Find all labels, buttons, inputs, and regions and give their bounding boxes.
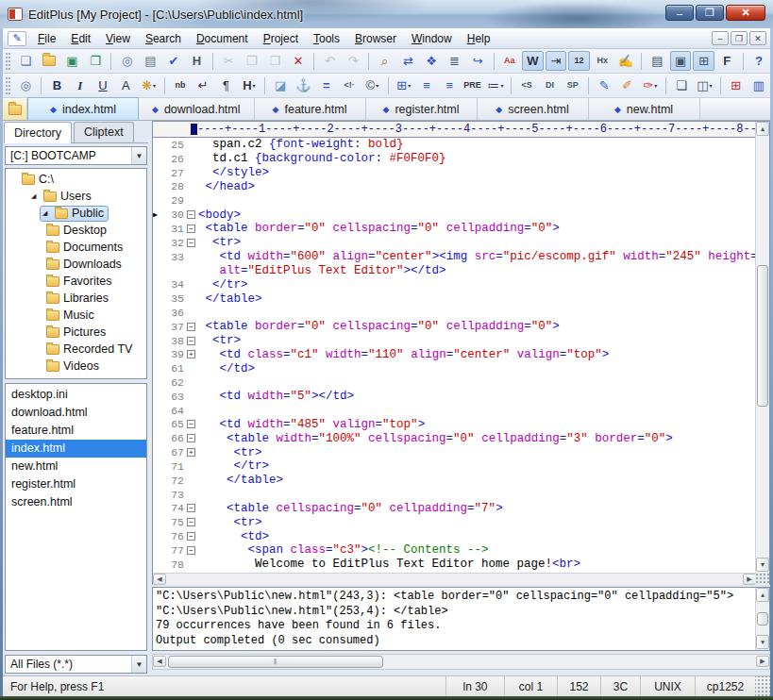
code-line-32[interactable]: 32− <tr>: [153, 236, 756, 250]
code-line-75[interactable]: 75− <tr>: [153, 515, 756, 529]
fold-toggle-icon[interactable]: −: [184, 337, 198, 345]
minimize-button[interactable]: –: [665, 5, 694, 21]
print-preview-button[interactable]: ◎: [116, 51, 138, 71]
table-button[interactable]: ⊞▾: [394, 75, 414, 95]
code-line-39[interactable]: 39+ <td class="c1" width="110" align="ce…: [153, 347, 756, 361]
code-line-33[interactable]: 33 <td width="600" align="center"><img s…: [153, 250, 756, 264]
paste-button[interactable]: ❒: [264, 51, 286, 71]
edit-source-button[interactable]: ✎: [594, 75, 614, 95]
hex-viewer-button[interactable]: Hx: [592, 51, 613, 71]
code-line-25[interactable]: 25 span.c2 {font-weight: bold}: [153, 138, 756, 152]
tree-item-documents[interactable]: Documents: [6, 239, 146, 256]
scroll-left-icon[interactable]: ◀: [153, 656, 166, 667]
code-line-62[interactable]: 62: [153, 375, 756, 390]
delete-button[interactable]: ✕: [288, 51, 310, 71]
tab-register.html[interactable]: ◆register.html: [366, 98, 478, 120]
image-button[interactable]: ◪: [270, 75, 291, 95]
goto-line-button[interactable]: ↪: [467, 51, 489, 71]
span-tag-button[interactable]: SP: [563, 75, 583, 95]
scroll-right-icon[interactable]: ▶: [743, 574, 756, 585]
align-center-button[interactable]: ≡: [439, 75, 460, 95]
open-file-button[interactable]: [39, 51, 60, 71]
file-filter-selector[interactable]: All Files (*.*) ▼: [5, 655, 147, 674]
title-bar[interactable]: EditPlus [My Project] - [C:\Users\Public…: [0, 0, 773, 28]
save-button[interactable]: ▣: [61, 51, 83, 71]
output-window-button[interactable]: ⊞: [693, 51, 714, 71]
cut-button[interactable]: ✂: [218, 51, 240, 71]
code-line-78[interactable]: 78 Welcome to EditPlus Text Editor home …: [153, 558, 756, 572]
line-break-button[interactable]: ↵: [193, 75, 213, 95]
preformatted-button[interactable]: PRE: [462, 75, 482, 95]
bold-button[interactable]: B: [46, 75, 67, 95]
fold-toggle-icon[interactable]: −: [184, 225, 198, 233]
drive-selector[interactable]: [C:] BOOTCAMP ▼: [5, 146, 147, 165]
menu-window[interactable]: Window: [404, 29, 460, 48]
format-painter-button[interactable]: ✐: [616, 75, 637, 95]
fold-toggle-icon[interactable]: −: [184, 210, 198, 219]
underline-button[interactable]: U: [92, 75, 113, 95]
find-button[interactable]: ⌕: [374, 51, 395, 71]
redo-button[interactable]: ↷: [343, 51, 364, 71]
document-system-icon[interactable]: ✎: [8, 31, 26, 46]
fold-box[interactable]: +: [187, 448, 195, 457]
find-in-files-button[interactable]: ❖: [421, 51, 443, 71]
editor-vertical-scrollbar[interactable]: ▲ ▼: [755, 122, 769, 573]
fold-box[interactable]: −: [187, 337, 195, 345]
tab-screen.html[interactable]: ◆screen.html: [478, 98, 589, 120]
font-button[interactable]: A: [115, 75, 136, 95]
editor-pane[interactable]: ----+----1----+----2----+----3----+----4…: [152, 121, 770, 585]
replace-button[interactable]: ⇄: [397, 51, 419, 71]
document-properties-button[interactable]: ✍: [615, 51, 637, 71]
fold-box[interactable]: −: [187, 504, 195, 512]
chevron-down-icon[interactable]: ▼: [131, 147, 146, 164]
output-horizontal-scrollbar[interactable]: ◀ ▶: [152, 654, 770, 670]
code-line-29[interactable]: 29: [153, 193, 756, 208]
fold-toggle-icon[interactable]: +: [184, 350, 198, 358]
function-list-button[interactable]: F: [716, 51, 738, 71]
code-line-67[interactable]: 67+ <tr>: [153, 445, 756, 459]
color-palette-button[interactable]: ❋▾: [139, 75, 160, 95]
fold-toggle-icon[interactable]: −: [184, 420, 198, 428]
word-wrap-button[interactable]: W: [522, 51, 544, 71]
tree-expander-icon[interactable]: ◢: [42, 209, 51, 217]
tree-item-desktop[interactable]: Desktop: [6, 222, 146, 239]
code-line-36[interactable]: 36: [153, 306, 756, 320]
code-line-77[interactable]: 77− <span class="c3"><!-- Contents -->: [153, 543, 756, 558]
scroll-left-icon[interactable]: ◀: [153, 574, 166, 585]
code-line-64[interactable]: 64: [153, 404, 756, 418]
tree-item-favorites[interactable]: Favorites: [6, 273, 146, 290]
save-all-button[interactable]: ❐: [85, 51, 107, 71]
browser-preview-button[interactable]: ◎: [15, 75, 36, 95]
new-window-button[interactable]: ❏: [671, 75, 692, 95]
code-line-28[interactable]: 28 </head>: [153, 179, 756, 193]
code-line-31[interactable]: 31− <table border="0" cellspacing="0" ce…: [153, 222, 756, 236]
new-html-page-button[interactable]: H: [186, 51, 208, 71]
cliptext-window-button[interactable]: ▤: [647, 51, 668, 71]
tab-download.html[interactable]: ◆download.html: [139, 98, 255, 120]
editor-horizontal-scrollbar[interactable]: ◀ ▶: [153, 573, 756, 585]
fold-box[interactable]: −: [187, 518, 195, 526]
tree-item-c-[interactable]: C:\: [6, 171, 146, 188]
directory-window-button[interactable]: ▣: [670, 51, 692, 71]
output-hscroll-thumb[interactable]: [168, 656, 383, 668]
tab-feature.html[interactable]: ◆feature.html: [255, 98, 366, 120]
fold-box[interactable]: −: [187, 532, 195, 541]
panel-tab-cliptext[interactable]: Cliptext: [74, 122, 134, 142]
code-line-76[interactable]: 76− <td>: [153, 529, 756, 543]
tree-item-pictures[interactable]: Pictures: [6, 324, 146, 341]
editor-resize-corner[interactable]: [755, 573, 769, 585]
menu-tools[interactable]: Tools: [306, 29, 347, 48]
code-line-65[interactable]: 65− <td width="485" valign="top">: [153, 418, 756, 432]
non-breaking-space-button[interactable]: nb: [170, 75, 191, 95]
windows-explorer-button[interactable]: ⊞: [725, 75, 746, 95]
code-line-74[interactable]: 74− <table cellspacing="0" cellpadding="…: [153, 502, 756, 516]
document-selector-button[interactable]: [3, 99, 27, 120]
code-line-27[interactable]: 27 </style>: [153, 166, 756, 180]
file-item-new-html[interactable]: new.html: [6, 458, 146, 475]
tree-item-downloads[interactable]: Downloads: [6, 256, 146, 273]
code-area[interactable]: 25 span.c2 {font-weight: bold}26 td.c1 {…: [153, 138, 756, 573]
syntax-colors-button[interactable]: ✑▾: [640, 75, 661, 95]
code-line-66[interactable]: 66− <table width="100%" cellspacing="0" …: [153, 431, 756, 445]
tree-item-public[interactable]: ◢Public: [6, 205, 146, 222]
code-line-71[interactable]: 71 </tr>: [153, 459, 756, 474]
